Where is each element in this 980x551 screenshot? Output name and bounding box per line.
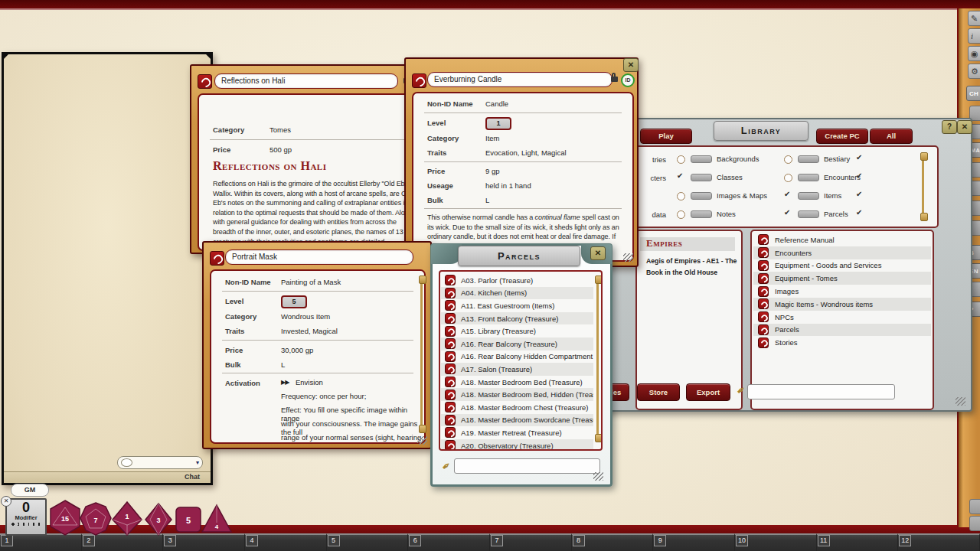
mask-resize-grip[interactable] [417, 436, 427, 445]
sidebar-tab-characters[interactable]: CH [966, 86, 980, 101]
hotbar-slot[interactable]: 9 [653, 533, 735, 551]
library-record-row[interactable]: NPCs [753, 311, 931, 324]
library-record-row[interactable]: Magic Items - Wondrous items [753, 298, 931, 311]
id-badge[interactable]: ID [621, 73, 635, 87]
chevron-down-icon[interactable]: ▾ [196, 459, 199, 466]
record-type-toggle[interactable] [784, 174, 792, 182]
parcel-row[interactable]: A04. Kitchen (Items) [441, 287, 593, 300]
record-type-toggle[interactable] [784, 155, 792, 164]
d20-die[interactable]: 15 [47, 500, 83, 536]
parcel-row[interactable]: A15. Library (Treasure) [441, 324, 593, 337]
library-record-row[interactable]: Equipment - Tomes [753, 272, 931, 285]
hotbar-slot[interactable]: 5 [327, 533, 409, 551]
record-type-toggle[interactable] [677, 210, 685, 219]
field-value[interactable]: Item [485, 134, 499, 142]
field-value[interactable]: Evocation, Light, Magical [485, 148, 567, 157]
hotbar-slot[interactable]: 12 [898, 533, 980, 551]
record-type-toggle[interactable] [784, 192, 791, 199]
record-type-toggle[interactable] [784, 210, 791, 217]
fg-dragon-icon[interactable] [412, 73, 426, 88]
candle-resize-grip[interactable] [623, 253, 633, 262]
field-value[interactable]: Painting of a Mask [281, 278, 341, 286]
parcel-row[interactable]: A11. East Guestroom (Items) [441, 299, 593, 312]
field-value[interactable]: 500 gp [270, 145, 292, 154]
parcel-row[interactable]: A20. Observatory (Treasure) [441, 439, 593, 451]
parcels-scrollbar[interactable] [596, 278, 599, 440]
info-button[interactable]: i [968, 28, 980, 44]
parcel-row[interactable]: A18. Master Bedroom Bed (Treasure) [441, 376, 593, 389]
hotbar[interactable]: 123456789101112 [0, 533, 980, 551]
library-record-row[interactable]: Encounters [753, 246, 931, 259]
record-type-handle[interactable] [798, 210, 819, 218]
record-type-toggle[interactable] [677, 174, 684, 181]
lock-icon[interactable] [611, 77, 618, 82]
store-button[interactable]: Store [637, 383, 680, 401]
field-value[interactable]: Candle [485, 99, 508, 108]
draw-tool-button[interactable]: ✎ [968, 11, 980, 26]
grid-scrollbar[interactable] [922, 155, 924, 219]
sidebar-tab-stub[interactable] [969, 499, 980, 514]
d8-die[interactable]: 3 [144, 503, 173, 536]
mask-title-field[interactable]: Portrait Mask [225, 249, 413, 265]
library-record-row[interactable]: Images [753, 285, 931, 298]
level-badge[interactable]: 1 [485, 117, 511, 130]
field-value[interactable]: Invested, Magical [281, 327, 338, 335]
field-value[interactable]: 9 gp [485, 167, 500, 175]
camera-button[interactable]: ◉ [968, 46, 980, 61]
hotbar-slot[interactable]: 8 [572, 533, 654, 551]
chat-corner-arrow[interactable] [0, 45, 10, 60]
d10-die[interactable]: 1 [112, 501, 142, 536]
parcel-row[interactable]: A03. Parlor (Treasure) [441, 274, 593, 287]
hotbar-slot[interactable]: 2 [82, 533, 164, 551]
parcels-resize-grip[interactable] [593, 472, 603, 481]
record-type-handle[interactable] [691, 192, 712, 200]
fg-dragon-icon[interactable] [198, 74, 212, 89]
chat-entry-strip[interactable]: Chat [4, 471, 211, 483]
hotbar-slot[interactable]: 3 [163, 533, 245, 551]
mask-scrollbar[interactable] [420, 278, 423, 431]
sidebar-tab-stub[interactable] [969, 516, 980, 531]
settings-button[interactable]: ⚙ [968, 64, 980, 79]
field-value[interactable]: Wondrous Item [281, 312, 330, 321]
help-button[interactable]: ? [942, 120, 957, 134]
library-search-input[interactable] [747, 384, 895, 399]
parcels-close-button[interactable]: ✕ [590, 246, 606, 260]
chat-speech-input[interactable]: ▾ [117, 456, 203, 469]
parcel-row[interactable]: A13. Front Balcony (Treasure) [441, 312, 593, 325]
play-button[interactable]: Play [640, 129, 692, 144]
record-type-toggle[interactable] [677, 155, 685, 164]
chat-corner-arrow[interactable] [204, 45, 220, 60]
library-record-row[interactable]: Equipment - Goods and Services [753, 259, 931, 272]
fg-dragon-icon[interactable] [210, 251, 224, 266]
parcel-row[interactable]: A18. Master Bedroom Bed, Hidden (Treasur… [441, 388, 593, 401]
record-type-handle[interactable] [691, 174, 712, 181]
record-type-handle[interactable] [691, 155, 712, 163]
hotbar-slot[interactable]: 4 [245, 533, 327, 551]
library-record-row[interactable]: Stories [753, 336, 931, 349]
d4-die[interactable]: 4 [201, 504, 233, 534]
candle-close-button[interactable]: ✕ [623, 58, 639, 72]
create-pc-button[interactable]: Create PC [816, 129, 868, 144]
modifier-clear-button[interactable]: ✕ [1, 496, 11, 507]
d12-die[interactable]: 7 [80, 502, 112, 536]
record-type-handle[interactable] [798, 174, 819, 181]
record-type-toggle[interactable] [856, 192, 863, 199]
hotbar-slot[interactable]: 7 [490, 533, 572, 551]
parcel-row[interactable]: A19. Master Retreat (Treasure) [441, 426, 593, 439]
all-button[interactable]: All [870, 129, 913, 144]
parcels-search-input[interactable] [454, 458, 600, 474]
level-badge[interactable]: 5 [281, 295, 307, 308]
library-close-button[interactable]: ✕ [957, 120, 972, 134]
gm-identity-label[interactable]: GM [11, 484, 49, 497]
reflections-title-field[interactable]: Reflections on Hali [214, 73, 398, 89]
hotbar-slot[interactable]: 10 [735, 533, 817, 551]
library-record-row[interactable]: Parcels [753, 324, 931, 337]
export-button[interactable]: Export [686, 383, 730, 401]
parcel-row[interactable]: A16. Rear Balcony (Treasure) [441, 337, 593, 350]
hotbar-slot[interactable]: 1 [0, 533, 82, 551]
field-value[interactable]: held in 1 hand [485, 181, 531, 190]
library-resize-grip[interactable] [956, 397, 965, 406]
record-type-handle[interactable] [798, 192, 819, 200]
record-type-toggle[interactable] [856, 174, 863, 181]
field-value[interactable]: L [281, 360, 285, 369]
